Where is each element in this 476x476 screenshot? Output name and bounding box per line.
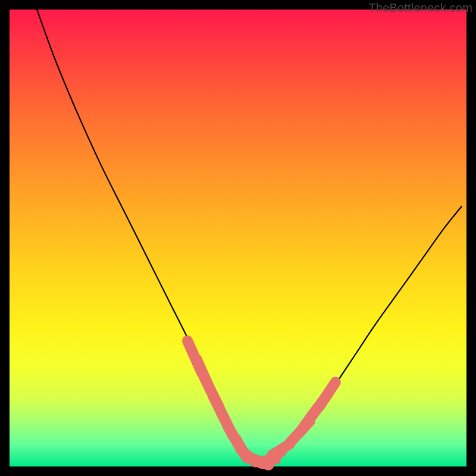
curve-layer <box>10 10 466 466</box>
plot-area <box>10 10 466 466</box>
chart-frame: TheBottleneck.com <box>0 0 476 476</box>
bottleneck-curve <box>37 10 462 462</box>
watermark-text: TheBottleneck.com <box>368 1 472 15</box>
curve-markers <box>180 334 343 472</box>
curve-marker <box>311 375 343 415</box>
